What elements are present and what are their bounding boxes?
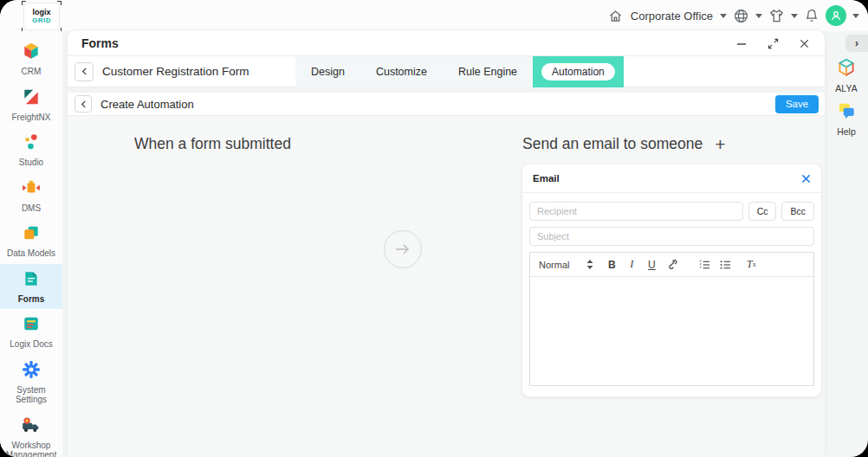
- sidebar-item-label: Data Models: [7, 248, 55, 259]
- sidebar-item-label: System Settings: [2, 385, 61, 405]
- crm-cube-icon: [22, 42, 41, 64]
- help-chat-icon: [836, 100, 857, 125]
- bold-button[interactable]: B: [606, 259, 617, 271]
- location-caret-icon[interactable]: [720, 14, 727, 18]
- app-root: logix GRID Corporate Office: [0, 0, 868, 457]
- dms-icon: [22, 178, 41, 201]
- bullet-list-icon[interactable]: [720, 260, 731, 270]
- sidebar-item-label: FreightNX: [11, 113, 50, 123]
- email-body-input[interactable]: [530, 277, 813, 385]
- globe-caret-icon[interactable]: [755, 14, 762, 18]
- sidebar-item-label: Studio: [19, 158, 43, 168]
- underline-button[interactable]: U: [646, 259, 657, 271]
- home-icon[interactable]: [608, 9, 623, 23]
- cc-button[interactable]: Cc: [748, 202, 777, 221]
- avatar-caret-icon[interactable]: [852, 14, 859, 18]
- topbar: logix GRID Corporate Office: [0, 0, 868, 31]
- window-title: Forms: [81, 36, 119, 50]
- back-button: [74, 62, 94, 81]
- subject-input[interactable]: [529, 227, 814, 246]
- email-action-panel: Email Cc Bcc: [522, 164, 821, 396]
- editor-toolbar: Normal B I U: [530, 253, 813, 277]
- data-models-icon: [22, 223, 41, 246]
- sidebar-item-studio[interactable]: Studio: [0, 127, 62, 173]
- sidebar-item-label: Forms: [18, 294, 45, 305]
- flow-arrow-circle: [384, 230, 422, 268]
- subheader-title: Create Automation: [100, 98, 194, 111]
- automation-canvas: When a form submitted Send an email to s…: [68, 116, 825, 457]
- workshop-truck-icon: [21, 415, 42, 438]
- sidebar-item-system-settings[interactable]: System Settings: [0, 355, 62, 410]
- ordered-list-icon[interactable]: [699, 260, 710, 270]
- email-panel-title: Email: [533, 173, 560, 183]
- tab-rule-engine[interactable]: Rule Engine: [443, 56, 533, 87]
- breadcrumb-row: Customer Registration Form Design Custom…: [68, 56, 825, 87]
- logix-docs-icon: [22, 314, 41, 337]
- tab-bar: Design Customize Rule Engine Automation: [295, 56, 624, 87]
- paragraph-format-select[interactable]: Normal: [539, 260, 593, 270]
- subheader-row: Create Automation Save: [68, 93, 825, 116]
- sidebar-item-label: DMS: [22, 203, 41, 214]
- expand-panel-button[interactable]: ›: [845, 35, 868, 52]
- trigger-title: When a form submitted: [134, 135, 291, 153]
- breadcrumb: Customer Registration Form: [102, 65, 249, 78]
- email-panel-header: Email: [522, 164, 821, 193]
- right-sidebar: › ALYA Help: [825, 31, 868, 457]
- forms-window: Forms Customer Registrati: [68, 31, 825, 457]
- sidebar-item-workshop-management[interactable]: Workshop Management: [0, 410, 62, 457]
- rich-text-editor: Normal B I U: [529, 252, 814, 386]
- arrow-right-icon: [395, 243, 411, 255]
- left-sidebar: CRM FreightNX Studio DMS Data Models For…: [0, 31, 62, 457]
- sidebar-item-crm[interactable]: CRM: [0, 36, 62, 82]
- screen: logix GRID Corporate Office: [0, 0, 868, 457]
- gear-icon: [22, 360, 41, 383]
- recipient-input[interactable]: [529, 202, 743, 221]
- avatar[interactable]: [826, 5, 846, 26]
- sidebar-item-forms[interactable]: Forms: [0, 264, 62, 310]
- sidebar-item-logix-docs[interactable]: Logix Docs: [0, 309, 62, 355]
- save-button[interactable]: Save: [775, 95, 819, 113]
- globe-icon[interactable]: [733, 8, 749, 24]
- clear-formatting-button[interactable]: Tx: [746, 258, 756, 271]
- close-icon[interactable]: [797, 36, 811, 50]
- link-icon[interactable]: [666, 259, 677, 270]
- alya-button[interactable]: ALYA: [825, 57, 868, 93]
- action-title: Send an email to someone: [522, 135, 703, 153]
- back-button[interactable]: [74, 95, 92, 113]
- location-selector-label[interactable]: Corporate Office: [631, 10, 713, 23]
- logixgrid-logo[interactable]: logix GRID: [24, 3, 59, 29]
- sidebar-item-label: CRM: [22, 67, 42, 77]
- tab-automation[interactable]: Automation: [533, 56, 624, 87]
- chevron-right-icon: ›: [855, 37, 858, 49]
- bell-icon[interactable]: [804, 8, 819, 23]
- help-button[interactable]: Help: [825, 100, 868, 137]
- tab-customize[interactable]: Customize: [360, 56, 443, 87]
- email-close-icon[interactable]: [801, 174, 811, 183]
- window-titlebar: Forms: [68, 31, 825, 56]
- freightnx-icon: [22, 87, 41, 110]
- add-action-button[interactable]: +: [715, 136, 725, 153]
- bcc-button[interactable]: Bcc: [781, 202, 814, 221]
- shirt-caret-icon[interactable]: [791, 14, 798, 18]
- sidebar-item-label: Workshop Management: [2, 441, 61, 457]
- shirt-icon[interactable]: [768, 8, 785, 24]
- sidebar-item-dms[interactable]: DMS: [0, 173, 62, 219]
- logo-line1: logix: [32, 9, 50, 16]
- sidebar-item-data-models[interactable]: Data Models: [0, 218, 62, 264]
- sidebar-item-label: Logix Docs: [10, 339, 52, 350]
- minimize-icon[interactable]: [735, 36, 748, 50]
- studio-dots-icon: [22, 132, 41, 155]
- logo-line2: GRID: [32, 16, 51, 24]
- sidebar-item-freightnx[interactable]: FreightNX: [0, 82, 62, 128]
- updown-icon: [586, 260, 593, 269]
- help-label: Help: [837, 126, 856, 137]
- alya-cube-icon: [836, 57, 857, 81]
- forms-icon: [22, 269, 41, 292]
- alya-label: ALYA: [835, 83, 857, 93]
- maximize-icon[interactable]: [766, 36, 780, 50]
- italic-button[interactable]: I: [626, 258, 637, 271]
- tab-design[interactable]: Design: [295, 56, 360, 87]
